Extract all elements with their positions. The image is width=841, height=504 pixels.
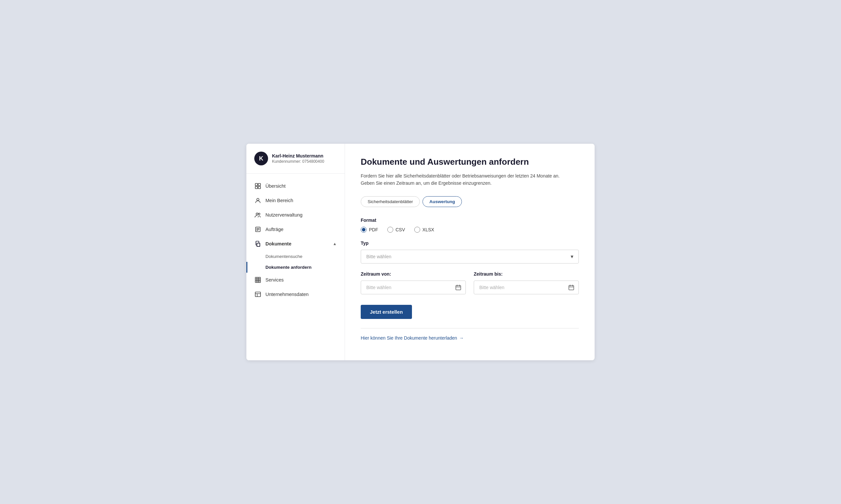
svg-rect-20: [255, 281, 257, 283]
document-icon: [254, 240, 261, 247]
sidebar-nav: Übersicht Mein Bereich: [246, 179, 345, 302]
typ-select[interactable]: Bitte wählen: [361, 250, 579, 264]
apps-icon: [254, 276, 261, 284]
divider: [361, 328, 579, 328]
user-icon: [254, 197, 261, 204]
zeitraum-von-field: Zeitraum von:: [361, 271, 466, 294]
page-description: Fordern Sie hier alle Sicherheitsdatenbl…: [361, 172, 579, 187]
sidebar: K Karl-Heinz Mustermann Kundennummer: 07…: [246, 144, 345, 360]
svg-rect-12: [257, 243, 260, 247]
users-icon: [254, 211, 261, 218]
svg-rect-15: [257, 277, 259, 279]
avatar: K: [254, 151, 268, 165]
sidebar-item-dokumente[interactable]: Dokumente ▲: [246, 237, 345, 251]
date-range-section: Zeitraum von:: [361, 271, 579, 294]
svg-point-6: [259, 213, 260, 215]
user-info: Karl-Heinz Mustermann Kundennummer: 0754…: [272, 153, 324, 164]
format-label: Format: [361, 218, 579, 223]
download-link[interactable]: Hier können Sie Ihre Dokumente herunterl…: [361, 335, 464, 341]
zeitraum-von-label: Zeitraum von:: [361, 271, 466, 276]
sidebar-label-services: Services: [265, 277, 284, 283]
download-link-text: Hier können Sie Ihre Dokumente herunterl…: [361, 335, 457, 341]
radio-xlsx-label: XLSX: [423, 227, 434, 232]
radio-xlsx[interactable]: XLSX: [414, 227, 434, 233]
zeitraum-bis-wrapper: [474, 281, 579, 294]
format-radio-group: PDF CSV XLSX: [361, 227, 579, 233]
svg-rect-19: [259, 279, 260, 281]
typ-select-wrapper: Bitte wählen ▼: [361, 250, 579, 264]
svg-rect-22: [259, 281, 260, 283]
tab-group: Sicherheitsdatenblätter Auswertung: [361, 196, 579, 207]
svg-rect-21: [257, 281, 259, 283]
svg-rect-17: [255, 279, 257, 281]
grid-icon: [254, 182, 261, 190]
table-icon: [254, 291, 261, 298]
radio-xlsx-input[interactable]: [414, 227, 420, 233]
user-section: K Karl-Heinz Mustermann Kundennummer: 07…: [246, 151, 345, 174]
main-content: Dokumente und Auswertungen anfordern For…: [345, 144, 595, 360]
user-number: Kundennummer: 0754800400: [272, 159, 324, 164]
sidebar-item-mein-bereich[interactable]: Mein Bereich: [246, 193, 345, 208]
svg-point-4: [257, 199, 259, 201]
sidebar-label-nutzerverwaltung: Nutzerverwaltung: [265, 212, 303, 218]
sidebar-item-services[interactable]: Services: [246, 273, 345, 287]
zeitraum-bis-field: Zeitraum bis:: [474, 271, 579, 294]
date-row: Zeitraum von:: [361, 271, 579, 294]
svg-rect-1: [258, 183, 260, 186]
submit-button[interactable]: Jetzt erstellen: [361, 305, 412, 319]
radio-pdf-input[interactable]: [361, 227, 367, 233]
tab-sicherheitsdatenblaetter[interactable]: Sicherheitsdatenblätter: [361, 196, 420, 207]
sidebar-label-auftraege: Aufträge: [265, 227, 284, 232]
radio-csv[interactable]: CSV: [387, 227, 405, 233]
sidebar-label-unternehmensdaten: Unternehmensdaten: [265, 292, 308, 297]
list-icon: [254, 226, 261, 233]
radio-pdf[interactable]: PDF: [361, 227, 378, 233]
svg-rect-14: [255, 277, 257, 279]
typ-section: Typ Bitte wählen ▼: [361, 240, 579, 264]
radio-csv-label: CSV: [396, 227, 405, 232]
sidebar-item-unternehmensdaten[interactable]: Unternehmensdaten: [246, 287, 345, 302]
sidebar-item-auftraege[interactable]: Aufträge: [246, 222, 345, 237]
zeitraum-von-wrapper: [361, 281, 466, 294]
typ-label: Typ: [361, 240, 579, 246]
tab-auswertung[interactable]: Auswertung: [423, 196, 462, 207]
sidebar-label-uebersicht: Übersicht: [265, 183, 286, 189]
page-title: Dokumente und Auswertungen anfordern: [361, 157, 579, 167]
sidebar-item-uebersicht[interactable]: Übersicht: [246, 179, 345, 193]
zeitraum-bis-label: Zeitraum bis:: [474, 271, 579, 276]
svg-point-5: [256, 213, 258, 215]
svg-rect-3: [258, 186, 260, 189]
sidebar-item-nutzerverwaltung[interactable]: Nutzerverwaltung: [246, 208, 345, 222]
svg-rect-16: [259, 277, 260, 279]
svg-rect-23: [255, 292, 260, 296]
svg-rect-0: [255, 183, 258, 186]
format-section: Format PDF CSV XLSX: [361, 218, 579, 233]
zeitraum-von-input[interactable]: [361, 281, 466, 294]
user-name: Karl-Heinz Mustermann: [272, 153, 324, 159]
svg-rect-18: [257, 279, 259, 281]
documents-subnav: Dokumentensuche Dokumente anfordern: [246, 251, 345, 273]
sidebar-item-dokumentensuche[interactable]: Dokumentensuche: [246, 251, 345, 262]
chevron-up-icon: ▲: [333, 241, 337, 246]
radio-csv-input[interactable]: [387, 227, 393, 233]
zeitraum-bis-input[interactable]: [474, 281, 579, 294]
svg-rect-2: [255, 186, 258, 189]
sidebar-label-mein-bereich: Mein Bereich: [265, 198, 293, 203]
arrow-right-icon: →: [459, 335, 464, 341]
sidebar-item-dokumente-anfordern[interactable]: Dokumente anfordern: [246, 262, 345, 273]
radio-pdf-label: PDF: [369, 227, 378, 232]
sidebar-label-dokumente: Dokumente: [265, 241, 291, 247]
